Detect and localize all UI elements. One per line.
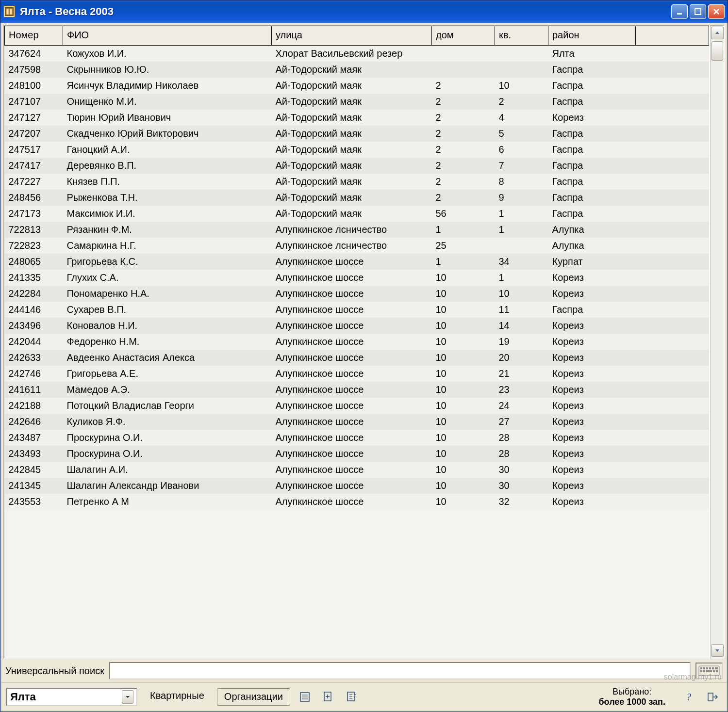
table-row[interactable]: 248456Рыженкова Т.Н.Ай-Тодорский маяк29Г…	[5, 190, 709, 206]
close-button[interactable]	[708, 4, 725, 19]
svg-rect-6	[700, 667, 702, 669]
cell-house: 10	[432, 302, 495, 318]
svg-rect-7	[703, 667, 705, 669]
svg-rect-4	[695, 9, 701, 15]
cell-blank	[636, 414, 709, 430]
table-row[interactable]: 242284Пономаренко Н.А.Алупкинское шоссе1…	[5, 286, 709, 302]
cell-blank	[636, 190, 709, 206]
table-row[interactable]: 243553Петренко А МАлупкинское шоссе1032К…	[5, 494, 709, 510]
cell-raion: Кореиз	[548, 110, 636, 126]
cell-street: Ай-Тодорский маяк	[272, 142, 432, 158]
cell-house: 10	[432, 366, 495, 382]
keyboard-icon[interactable]	[695, 663, 723, 679]
table-row[interactable]: 242845Шалагин А.И.Алупкинское шоссе1030К…	[5, 462, 709, 478]
table-row[interactable]: 248065Григорьева К.С.Алупкинское шоссе13…	[5, 254, 709, 270]
cell-num: 248100	[5, 78, 63, 94]
city-combo[interactable]: Ялта	[6, 688, 137, 706]
organizations-button[interactable]: Организации	[217, 688, 290, 706]
table-row[interactable]: 242646Куликов Я.Ф.Алупкинское шоссе1027К…	[5, 414, 709, 430]
minimize-button[interactable]	[671, 4, 688, 19]
exit-icon[interactable]	[704, 688, 722, 706]
cell-flat: 20	[495, 350, 548, 366]
search-input[interactable]	[109, 662, 691, 680]
cell-flat: 10	[495, 78, 548, 94]
cell-blank	[636, 270, 709, 286]
help-icon[interactable]: ?	[681, 688, 698, 706]
cell-blank	[636, 254, 709, 270]
scroll-up-button[interactable]	[711, 27, 724, 39]
table-row[interactable]: 247517Ганоцкий А.И.Ай-Тодорский маяк26Га…	[5, 142, 709, 158]
cell-blank	[636, 446, 709, 462]
col-header-house[interactable]: дом	[432, 26, 495, 46]
col-header-fio[interactable]: ФИО	[63, 26, 272, 46]
cell-flat: 21	[495, 366, 548, 382]
cell-num: 247517	[5, 142, 63, 158]
table-row[interactable]: 242188Потоцкий Владислав ГеоргиАлупкинск…	[5, 398, 709, 414]
cell-raion: Кореиз	[548, 430, 636, 446]
list-icon[interactable]	[296, 688, 314, 706]
table-row[interactable]: 247107Онищенко М.И.Ай-Тодорский маяк22Га…	[5, 94, 709, 110]
cell-fio: Рязанкин Ф.М.	[63, 222, 272, 238]
cell-raion: Гаспра	[548, 142, 636, 158]
save-page-icon[interactable]	[343, 688, 360, 706]
col-header-number[interactable]: Номер	[5, 26, 63, 46]
cell-house: 10	[432, 318, 495, 334]
vertical-scrollbar[interactable]	[710, 25, 725, 659]
table-row[interactable]: 241611Мамедов А.Э.Алупкинское шоссе1023К…	[5, 382, 709, 398]
table-row[interactable]: 247173Максимюк И.И.Ай-Тодорский маяк561Г…	[5, 206, 709, 222]
table-row[interactable]: 247417Деревянко В.П.Ай-Тодорский маяк27Г…	[5, 158, 709, 174]
table-row[interactable]: 247598Скрынников Ю.Ю.Ай-Тодорский маякГа…	[5, 62, 709, 78]
cell-blank	[636, 110, 709, 126]
cell-house: 25	[432, 238, 495, 254]
cell-house: 2	[432, 126, 495, 142]
cell-street: Алупкинское шоссе	[272, 478, 432, 494]
cell-fio: Онищенко М.И.	[63, 94, 272, 110]
cell-street: Ай-Тодорский маяк	[272, 78, 432, 94]
cell-street: Алупкинское шоссе	[272, 302, 432, 318]
apartments-button[interactable]: Квартирные	[143, 688, 211, 706]
cell-house	[432, 62, 495, 78]
table-row[interactable]: 243496Коновалов Н.И.Алупкинское шоссе101…	[5, 318, 709, 334]
cell-house: 10	[432, 398, 495, 414]
col-header-raion[interactable]: район	[548, 26, 636, 46]
col-header-street[interactable]: улица	[272, 26, 432, 46]
table-row[interactable]: 241335Глухих С.А.Алупкинское шоссе101Кор…	[5, 270, 709, 286]
cell-fio: Самаркина Н.Г.	[63, 238, 272, 254]
cell-blank	[636, 366, 709, 382]
cell-street: Алупкинское лсничество	[272, 222, 432, 238]
table-row[interactable]: 722813Рязанкин Ф.М.Алупкинское лсничеств…	[5, 222, 709, 238]
scroll-down-button[interactable]	[711, 644, 724, 657]
status-value: более 1000 зап.	[598, 697, 665, 707]
titlebar[interactable]: Ялта - Весна 2003	[0, 0, 728, 23]
table-row[interactable]: 247227Князев П.П.Ай-Тодорский маяк28Гасп…	[5, 174, 709, 190]
table-row[interactable]: 242044Федоренко Н.М.Алупкинское шоссе101…	[5, 334, 709, 350]
col-header-flat[interactable]: кв.	[495, 26, 548, 46]
table-row[interactable]: 241345Шалагин Александр ИвановиАлупкинск…	[5, 478, 709, 494]
table-row[interactable]: 247207Скадченко Юрий ВикторовичАй-Тодорс…	[5, 126, 709, 142]
maximize-button[interactable]	[690, 4, 706, 19]
table-row[interactable]: 243493Проскурина О.И.Алупкинское шоссе10…	[5, 446, 709, 462]
scroll-thumb[interactable]	[711, 41, 723, 61]
table-row[interactable]: 722823Самаркина Н.Г.Алупкинское лсничест…	[5, 238, 709, 254]
cell-fio: Коновалов Н.И.	[63, 318, 272, 334]
cell-num: 247207	[5, 126, 63, 142]
cell-blank	[636, 174, 709, 190]
cell-fio: Рыженкова Т.Н.	[63, 190, 272, 206]
cell-house: 2	[432, 174, 495, 190]
table-row[interactable]: 244146Сухарев В.П.Алупкинское шоссе1011Г…	[5, 302, 709, 318]
table-row[interactable]: 247127Тюрин Юрий ИвановичАй-Тодорский ма…	[5, 110, 709, 126]
table-row[interactable]: 248100Ясинчук Владимир НиколаевАй-Тодорс…	[5, 78, 709, 94]
cell-house: 10	[432, 446, 495, 462]
cell-flat: 4	[495, 110, 548, 126]
table-row[interactable]: 243487Проскурина О.И.Алупкинское шоссе10…	[5, 430, 709, 446]
cell-num: 347624	[5, 46, 63, 62]
cell-street: Ай-Тодорский маяк	[272, 174, 432, 190]
cell-blank	[636, 350, 709, 366]
data-grid[interactable]: Номер ФИО улица дом кв. район 347624Кожу…	[3, 25, 710, 659]
cell-house: 10	[432, 494, 495, 510]
cell-street: Ай-Тодорский маяк	[272, 206, 432, 222]
table-row[interactable]: 347624Кожухов И.И. Хлорат Васильевский р…	[5, 46, 709, 62]
add-page-icon[interactable]	[319, 688, 337, 706]
table-row[interactable]: 242633Авдеенко Анастасия АлексаАлупкинск…	[5, 350, 709, 366]
table-row[interactable]: 242746Григорьева А.Е.Алупкинское шоссе10…	[5, 366, 709, 382]
